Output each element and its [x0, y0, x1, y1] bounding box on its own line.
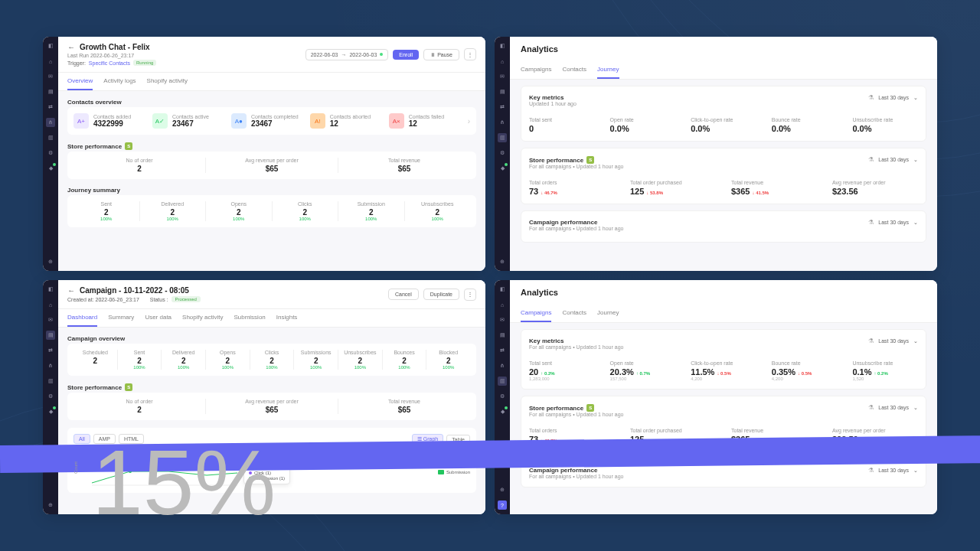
y-axis-label: Count: [74, 461, 78, 474]
nav-bell-icon[interactable]: ◆: [498, 407, 507, 416]
nav-bell-icon[interactable]: ◆: [46, 407, 55, 416]
sparkline-chart: 15%: [510, 37, 937, 271]
panel-analytics-journey: ◧ ⌂ ✉ ▤ ⇄ ⋔ ▥ ⚙ ◆ ⊕ Analytics Campaigns …: [495, 37, 937, 271]
